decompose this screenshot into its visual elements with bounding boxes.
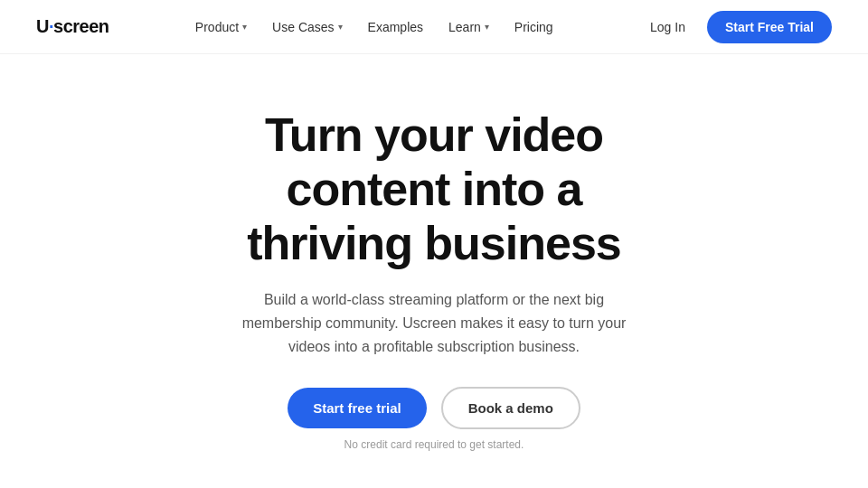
product-chevron-icon: ▾ [242,22,247,32]
usecases-chevron-icon: ▾ [338,22,343,32]
hero-start-trial-button[interactable]: Start free trial [288,388,427,428]
navbar: U·screen Product ▾ Use Cases ▾ Examples … [0,0,868,54]
hero-cta-group: Start free trial Book a demo [288,387,580,429]
nav-links: Product ▾ Use Cases ▾ Examples Learn ▾ P… [184,14,564,40]
login-button[interactable]: Log In [639,14,696,40]
start-free-trial-button[interactable]: Start Free Trial [707,11,832,43]
hero-book-demo-button[interactable]: Book a demo [441,387,580,429]
nav-actions: Log In Start Free Trial [639,11,832,43]
nav-examples[interactable]: Examples [357,14,434,40]
nav-use-cases[interactable]: Use Cases ▾ [261,14,353,40]
nav-product[interactable]: Product ▾ [184,14,258,40]
hero-subtitle: Build a world-class streaming platform o… [226,288,642,358]
logo-text: U·screen [36,16,109,36]
hero-section: Turn your video content into a thriving … [0,54,868,487]
hero-no-cc-note: No credit card required to get started. [344,438,524,451]
nav-pricing[interactable]: Pricing [504,14,564,40]
logo[interactable]: U·screen [36,16,109,37]
learn-chevron-icon: ▾ [485,22,489,32]
nav-learn[interactable]: Learn ▾ [438,14,500,40]
hero-title: Turn your video content into a thriving … [199,108,669,270]
